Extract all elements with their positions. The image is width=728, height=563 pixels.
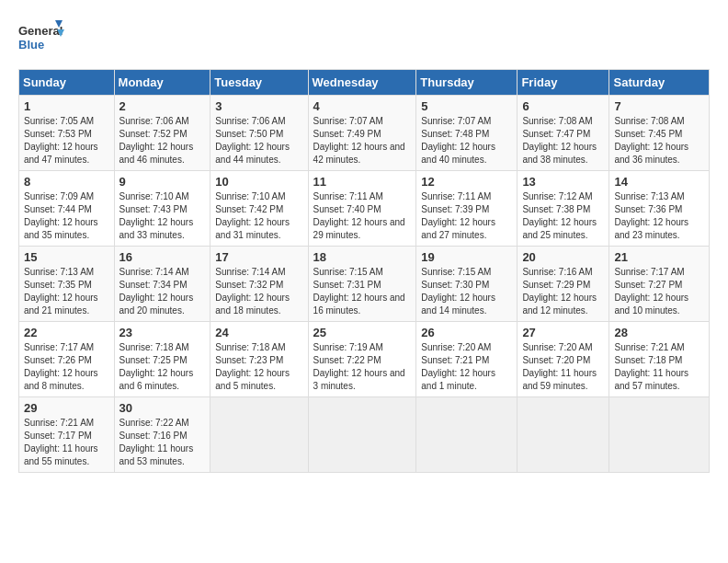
day-number: 1 — [24, 99, 109, 113]
day-number: 16 — [119, 250, 206, 264]
logo: General Blue — [18, 18, 64, 60]
calendar-week-2: 8 Sunrise: 7:09 AMSunset: 7:44 PMDayligh… — [19, 171, 710, 247]
day-info: Sunrise: 7:13 AMSunset: 7:35 PMDaylight:… — [24, 266, 109, 317]
calendar-cell: 24 Sunrise: 7:18 AMSunset: 7:23 PMDaylig… — [210, 322, 308, 397]
calendar-cell: 18 Sunrise: 7:15 AMSunset: 7:31 PMDaylig… — [308, 247, 416, 322]
day-info: Sunrise: 7:16 AMSunset: 7:29 PMDaylight:… — [522, 266, 604, 317]
day-number: 10 — [215, 175, 302, 189]
calendar-cell: 28 Sunrise: 7:21 AMSunset: 7:18 PMDaylig… — [609, 322, 710, 397]
day-number: 28 — [614, 326, 704, 339]
day-info: Sunrise: 7:18 AMSunset: 7:23 PMDaylight:… — [215, 341, 302, 393]
calendar-week-3: 15 Sunrise: 7:13 AMSunset: 7:35 PMDaylig… — [19, 247, 710, 322]
day-info: Sunrise: 7:20 AMSunset: 7:20 PMDaylight:… — [522, 341, 604, 393]
calendar-cell: 9 Sunrise: 7:10 AMSunset: 7:43 PMDayligh… — [114, 171, 210, 247]
calendar-cell: 6 Sunrise: 7:08 AMSunset: 7:47 PMDayligh… — [518, 96, 609, 171]
day-info: Sunrise: 7:22 AMSunset: 7:16 PMDaylight:… — [119, 417, 206, 468]
calendar-cell: 13 Sunrise: 7:12 AMSunset: 7:38 PMDaylig… — [518, 171, 609, 247]
day-number: 26 — [421, 326, 512, 339]
calendar-cell: 2 Sunrise: 7:06 AMSunset: 7:52 PMDayligh… — [114, 96, 210, 171]
day-number: 8 — [24, 175, 109, 189]
calendar-week-1: 1 Sunrise: 7:05 AMSunset: 7:53 PMDayligh… — [19, 96, 710, 171]
day-number: 3 — [215, 99, 302, 113]
page-header: General Blue — [18, 18, 710, 60]
calendar-cell — [308, 397, 416, 473]
day-number: 14 — [614, 175, 704, 189]
day-number: 2 — [119, 99, 206, 113]
day-number: 24 — [215, 326, 302, 339]
calendar-cell: 14 Sunrise: 7:13 AMSunset: 7:36 PMDaylig… — [609, 171, 710, 247]
day-info: Sunrise: 7:11 AMSunset: 7:39 PMDaylight:… — [421, 190, 512, 242]
calendar-cell: 4 Sunrise: 7:07 AMSunset: 7:49 PMDayligh… — [308, 96, 416, 171]
day-info: Sunrise: 7:10 AMSunset: 7:42 PMDaylight:… — [215, 190, 302, 242]
day-number: 15 — [24, 250, 109, 264]
day-info: Sunrise: 7:06 AMSunset: 7:50 PMDaylight:… — [215, 115, 302, 167]
calendar-cell: 7 Sunrise: 7:08 AMSunset: 7:45 PMDayligh… — [609, 96, 710, 171]
day-number: 6 — [522, 99, 604, 113]
day-info: Sunrise: 7:07 AMSunset: 7:49 PMDaylight:… — [313, 115, 412, 167]
day-info: Sunrise: 7:10 AMSunset: 7:43 PMDaylight:… — [119, 190, 206, 242]
calendar-week-4: 22 Sunrise: 7:17 AMSunset: 7:26 PMDaylig… — [19, 322, 710, 397]
day-number: 22 — [24, 326, 109, 339]
calendar-cell: 15 Sunrise: 7:13 AMSunset: 7:35 PMDaylig… — [19, 247, 115, 322]
col-tuesday: Tuesday — [210, 70, 308, 96]
calendar-cell: 23 Sunrise: 7:18 AMSunset: 7:25 PMDaylig… — [114, 322, 210, 397]
calendar-cell: 3 Sunrise: 7:06 AMSunset: 7:50 PMDayligh… — [210, 96, 308, 171]
day-number: 17 — [215, 250, 302, 264]
day-number: 9 — [119, 175, 206, 189]
day-info: Sunrise: 7:08 AMSunset: 7:45 PMDaylight:… — [614, 115, 704, 167]
day-info: Sunrise: 7:21 AMSunset: 7:17 PMDaylight:… — [24, 417, 109, 468]
calendar-cell: 25 Sunrise: 7:19 AMSunset: 7:22 PMDaylig… — [308, 322, 416, 397]
day-info: Sunrise: 7:07 AMSunset: 7:48 PMDaylight:… — [421, 115, 512, 167]
calendar-cell: 8 Sunrise: 7:09 AMSunset: 7:44 PMDayligh… — [19, 171, 115, 247]
day-info: Sunrise: 7:21 AMSunset: 7:18 PMDaylight:… — [614, 341, 704, 393]
day-info: Sunrise: 7:18 AMSunset: 7:25 PMDaylight:… — [119, 341, 206, 393]
calendar-cell: 16 Sunrise: 7:14 AMSunset: 7:34 PMDaylig… — [114, 247, 210, 322]
calendar-cell: 21 Sunrise: 7:17 AMSunset: 7:27 PMDaylig… — [609, 247, 710, 322]
calendar-cell: 26 Sunrise: 7:20 AMSunset: 7:21 PMDaylig… — [416, 322, 518, 397]
calendar-cell: 20 Sunrise: 7:16 AMSunset: 7:29 PMDaylig… — [518, 247, 609, 322]
day-info: Sunrise: 7:17 AMSunset: 7:26 PMDaylight:… — [24, 341, 109, 393]
calendar-cell: 27 Sunrise: 7:20 AMSunset: 7:20 PMDaylig… — [518, 322, 609, 397]
calendar-cell — [416, 397, 518, 473]
day-number: 18 — [313, 250, 412, 264]
day-info: Sunrise: 7:17 AMSunset: 7:27 PMDaylight:… — [614, 266, 704, 317]
day-info: Sunrise: 7:12 AMSunset: 7:38 PMDaylight:… — [522, 190, 604, 242]
calendar-cell: 1 Sunrise: 7:05 AMSunset: 7:53 PMDayligh… — [19, 96, 115, 171]
day-info: Sunrise: 7:08 AMSunset: 7:47 PMDaylight:… — [522, 115, 604, 167]
svg-text:General: General — [18, 24, 63, 38]
logo-svg: General Blue — [18, 18, 64, 60]
calendar-cell: 30 Sunrise: 7:22 AMSunset: 7:16 PMDaylig… — [114, 397, 210, 473]
day-number: 23 — [119, 326, 206, 339]
calendar-cell: 11 Sunrise: 7:11 AMSunset: 7:40 PMDaylig… — [308, 171, 416, 247]
calendar-cell: 12 Sunrise: 7:11 AMSunset: 7:39 PMDaylig… — [416, 171, 518, 247]
day-info: Sunrise: 7:15 AMSunset: 7:30 PMDaylight:… — [421, 266, 512, 317]
col-saturday: Saturday — [609, 70, 710, 96]
day-info: Sunrise: 7:13 AMSunset: 7:36 PMDaylight:… — [614, 190, 704, 242]
calendar-cell: 29 Sunrise: 7:21 AMSunset: 7:17 PMDaylig… — [19, 397, 115, 473]
day-info: Sunrise: 7:09 AMSunset: 7:44 PMDaylight:… — [24, 190, 109, 242]
col-thursday: Thursday — [416, 70, 518, 96]
calendar-table: Sunday Monday Tuesday Wednesday Thursday… — [18, 69, 710, 473]
day-number: 7 — [614, 99, 704, 113]
calendar-cell: 5 Sunrise: 7:07 AMSunset: 7:48 PMDayligh… — [416, 96, 518, 171]
day-number: 5 — [421, 99, 512, 113]
calendar-cell — [609, 397, 710, 473]
day-number: 25 — [313, 326, 412, 339]
calendar-cell: 10 Sunrise: 7:10 AMSunset: 7:42 PMDaylig… — [210, 171, 308, 247]
day-number: 12 — [421, 175, 512, 189]
day-info: Sunrise: 7:19 AMSunset: 7:22 PMDaylight:… — [313, 341, 412, 393]
day-number: 11 — [313, 175, 412, 189]
day-info: Sunrise: 7:14 AMSunset: 7:34 PMDaylight:… — [119, 266, 206, 317]
svg-text:Blue: Blue — [18, 38, 44, 52]
day-info: Sunrise: 7:11 AMSunset: 7:40 PMDaylight:… — [313, 190, 412, 242]
calendar-week-5: 29 Sunrise: 7:21 AMSunset: 7:17 PMDaylig… — [19, 397, 710, 473]
day-number: 4 — [313, 99, 412, 113]
day-info: Sunrise: 7:14 AMSunset: 7:32 PMDaylight:… — [215, 266, 302, 317]
calendar-cell: 19 Sunrise: 7:15 AMSunset: 7:30 PMDaylig… — [416, 247, 518, 322]
day-number: 27 — [522, 326, 604, 339]
calendar-cell — [518, 397, 609, 473]
col-monday: Monday — [114, 70, 210, 96]
day-info: Sunrise: 7:06 AMSunset: 7:52 PMDaylight:… — [119, 115, 206, 167]
calendar-cell: 22 Sunrise: 7:17 AMSunset: 7:26 PMDaylig… — [19, 322, 115, 397]
calendar-cell — [210, 397, 308, 473]
